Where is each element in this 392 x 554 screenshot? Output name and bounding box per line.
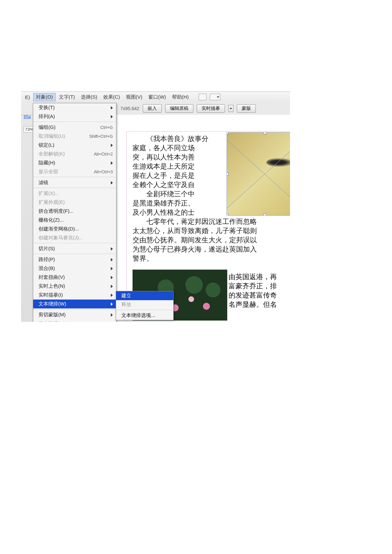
- selection-handle[interactable]: [227, 132, 229, 134]
- menu-item-label: 取消编组(U): [38, 133, 65, 139]
- submenu-arrow-icon: [111, 106, 113, 109]
- menu-item-label: 滤镜: [38, 180, 48, 186]
- menu-item: 显示全部Alt+Ctrl+3: [33, 167, 116, 176]
- menu-item-label: 实时描摹(I): [38, 292, 63, 298]
- object-menu-dropdown[interactable]: 变换(T)排列(A)编组(G)Ctrl+G取消编组(U)Shift+Ctrl+G…: [33, 103, 116, 322]
- menu-item[interactable]: 混合(B): [33, 264, 116, 273]
- selection-handle[interactable]: [263, 214, 266, 216]
- menu-item[interactable]: 切片(S): [33, 244, 116, 253]
- bridge-icon[interactable]: [199, 94, 207, 100]
- submenu-arrow-icon: [111, 302, 113, 306]
- menu-item[interactable]: 文本绕排(W): [33, 300, 116, 308]
- menu-object[interactable]: 对象(O): [33, 93, 56, 101]
- menu-item-label: 扩展(X)...: [38, 190, 59, 197]
- menu-item[interactable]: 创建渐变网格(D)...: [33, 225, 116, 233]
- menu-item-label: 剪切蒙版(M): [38, 312, 66, 318]
- menu-item-label: 混合(B): [38, 265, 55, 272]
- menu-item[interactable]: 文本绕排选项...: [116, 311, 173, 320]
- menu-item[interactable]: 实时上色(N): [33, 282, 116, 291]
- menu-item[interactable]: 封套扭曲(V): [33, 273, 116, 282]
- menu-effect[interactable]: 效果(C): [101, 93, 123, 101]
- menu-view[interactable]: 视图(V): [123, 93, 145, 101]
- menu-item: 复合路径(O): [33, 319, 116, 322]
- submenu-arrow-icon: [111, 258, 113, 261]
- menu-item[interactable]: 变换(T): [33, 103, 116, 112]
- app-window: E) 对象(O) 文字(T) 选择(S) 效果(C) 视图(V) 窗口(W) 帮…: [21, 91, 290, 322]
- menu-item-label: 排列(A): [38, 113, 55, 120]
- menu-item[interactable]: 剪切蒙版(M): [33, 310, 116, 319]
- submenu-arrow-icon: [111, 285, 113, 288]
- menu-item-label: 创建对象马赛克(J)...: [38, 235, 83, 241]
- menu-shortcut: Ctrl+G: [100, 125, 113, 130]
- edit-original-button[interactable]: 编辑原稿: [165, 104, 193, 113]
- menu-item-label: 全部解锁(K): [38, 151, 65, 157]
- menu-item[interactable]: 实时描摹(I): [33, 291, 116, 300]
- menu-separator: [34, 122, 116, 122]
- menu-item: 扩展(X)...: [33, 189, 116, 198]
- selection-dimensions: 7x95.642: [120, 106, 139, 111]
- menu-separator: [34, 309, 116, 310]
- menu-select[interactable]: 选择(S): [78, 93, 100, 101]
- live-trace-button[interactable]: 实时描摹: [197, 104, 225, 113]
- menu-item[interactable]: 隐藏(H): [33, 158, 116, 167]
- menu-item-label: 实时上色(N): [38, 283, 65, 289]
- menu-item[interactable]: 路径(P): [33, 255, 116, 264]
- menu-item: 取消编组(U)Shift+Ctrl+G: [33, 132, 116, 141]
- submenu-arrow-icon: [111, 247, 113, 251]
- placed-image-face[interactable]: [227, 132, 290, 216]
- menu-text[interactable]: 文字(T): [56, 93, 78, 101]
- menu-item[interactable]: 栅格化(Z)...: [33, 216, 116, 225]
- selection-handle[interactable]: [263, 132, 266, 134]
- menu-item[interactable]: 滤镜: [33, 178, 116, 187]
- menu-item-label: 创建渐变网格(D)...: [38, 226, 79, 232]
- menu-item[interactable]: 编组(G)Ctrl+G: [33, 123, 116, 132]
- submenu-arrow-icon: [111, 313, 113, 317]
- embed-button[interactable]: 嵌入: [143, 104, 162, 113]
- submenu-arrow-icon: [111, 267, 113, 270]
- selection-handle[interactable]: [227, 214, 229, 216]
- menu-item-label: 建立: [121, 293, 131, 299]
- submenu-arrow-icon: [111, 144, 113, 147]
- submenu-arrow-icon: [111, 115, 113, 118]
- menu-separator: [34, 254, 116, 254]
- menu-separator: [34, 188, 116, 188]
- menu-separator: [34, 243, 116, 244]
- menu-separator: [34, 177, 116, 178]
- menu-item-label: 释放: [121, 301, 131, 308]
- menu-item[interactable]: 拼合透明度(F)...: [33, 207, 116, 216]
- menu-item: 扩展外观(E): [33, 198, 116, 207]
- menu-separator: [116, 310, 173, 310]
- menu-shortcut: Shift+Ctrl+G: [89, 134, 113, 139]
- menu-help[interactable]: 帮助(H): [169, 93, 191, 101]
- menu-item-label: 切片(S): [38, 246, 55, 252]
- menu-item: 释放: [116, 300, 173, 309]
- text-wrap-submenu[interactable]: 建立释放文本绕排选项...: [116, 291, 174, 320]
- menu-item-label: 封套扭曲(V): [38, 274, 65, 280]
- menu-item-label: 文本绕排(W): [38, 301, 66, 307]
- menu-item-label: 锁定(L): [38, 142, 54, 148]
- submenu-arrow-icon: [111, 276, 113, 279]
- menu-item[interactable]: 锁定(L): [33, 141, 116, 150]
- live-trace-dropdown[interactable]: [228, 105, 233, 112]
- menu-item-label: 复合路径(O): [38, 321, 65, 322]
- submenu-arrow-icon: [111, 294, 113, 297]
- menu-item[interactable]: 排列(A): [33, 112, 116, 121]
- menubar: E) 对象(O) 文字(T) 选择(S) 效果(C) 视图(V) 窗口(W) 帮…: [21, 92, 290, 102]
- menu-item-label: 显示全部: [38, 169, 58, 175]
- menu-item-label: 编组(G): [38, 124, 56, 131]
- menu-item-label: 扩展外观(E): [38, 199, 65, 205]
- menu-item-label: 隐藏(H): [38, 160, 55, 166]
- menu-window[interactable]: 窗口(W): [146, 93, 169, 101]
- menu-item-label: 路径(P): [38, 256, 55, 263]
- selection-handle[interactable]: [227, 173, 229, 176]
- menu-item-label: 栅格化(Z)...: [38, 217, 64, 223]
- mask-button[interactable]: 蒙版: [237, 104, 256, 113]
- menu-shortcut: Alt+Ctrl+3: [94, 169, 113, 174]
- menu-item[interactable]: 建立: [116, 291, 173, 300]
- workspace-switcher[interactable]: [210, 94, 220, 100]
- submenu-arrow-icon: [111, 181, 113, 184]
- menu-prev-partial[interactable]: E): [22, 93, 33, 101]
- menu-item-label: 拼合透明度(F)...: [38, 208, 74, 214]
- body-text-right: 由英国返港，再 富豪齐乔正，排 的发迹甚富传奇 名声显赫。但名: [229, 272, 277, 309]
- menu-item-label: 文本绕排选项...: [121, 312, 155, 319]
